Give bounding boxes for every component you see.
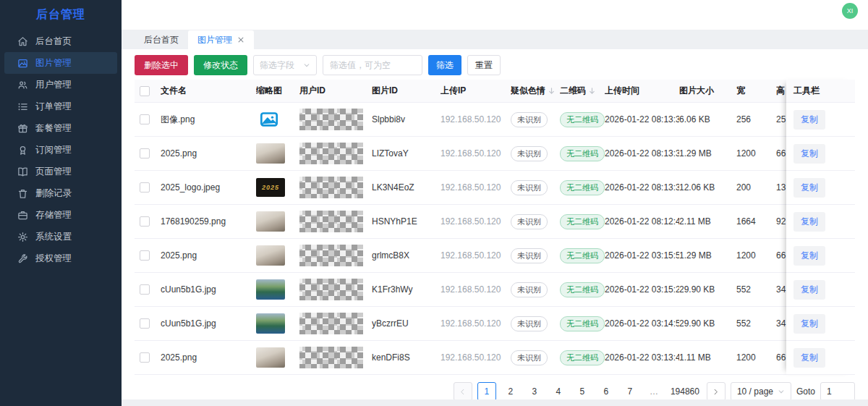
thumbnail-logo-2025[interactable]: 2025 bbox=[256, 178, 285, 197]
sidebar-item-book[interactable]: 页面管理 bbox=[4, 161, 117, 182]
copy-button[interactable]: 复制 bbox=[793, 246, 825, 266]
page-button-6[interactable]: 6 bbox=[597, 382, 616, 399]
close-icon[interactable] bbox=[237, 36, 244, 43]
suspect-cell: 未识别 bbox=[511, 180, 560, 195]
sort-arrow-icon[interactable] bbox=[548, 87, 556, 95]
qrcode-cell: 无二维码 bbox=[560, 180, 605, 195]
row-checkbox[interactable] bbox=[140, 352, 150, 363]
thumbnail-photo-desk[interactable] bbox=[256, 347, 285, 368]
toolbar-cell: 复制 bbox=[786, 273, 855, 307]
copy-button[interactable]: 复制 bbox=[793, 348, 825, 368]
page-size-select[interactable]: 10 / page bbox=[731, 382, 791, 399]
sidebar-item-gift[interactable]: 套餐管理 bbox=[4, 117, 117, 139]
thumbnail-photo-desk[interactable] bbox=[256, 143, 285, 164]
page-button-2[interactable]: 2 bbox=[501, 382, 520, 399]
user-avatar[interactable]: XI bbox=[842, 3, 858, 19]
copy-button[interactable]: 复制 bbox=[793, 178, 825, 198]
suspect-badge: 未识别 bbox=[511, 214, 548, 229]
copy-button[interactable]: 复制 bbox=[793, 314, 825, 334]
reset-button[interactable]: 重置 bbox=[467, 55, 501, 75]
chevron-down-icon bbox=[778, 388, 785, 395]
page-button-3[interactable]: 3 bbox=[525, 382, 544, 399]
sidebar: 后台管理 后台首页图片管理用户管理订单管理套餐管理订阅管理页面管理删除记录存储管… bbox=[0, 0, 122, 406]
modify-status-button[interactable]: 修改状态 bbox=[194, 55, 247, 75]
sidebar-item-home[interactable]: 后台首页 bbox=[4, 30, 117, 52]
wrench-icon bbox=[17, 253, 28, 264]
copy-button[interactable]: 复制 bbox=[793, 212, 825, 232]
user-id-cell bbox=[299, 177, 372, 198]
table-row: cUun5b1G.jpgyBczrrEU192.168.50.120未识别无二维… bbox=[135, 307, 855, 341]
filename-cell: cUun5b1G.jpg bbox=[161, 284, 256, 295]
sidebar-item-trash[interactable]: 删除记录 bbox=[4, 182, 117, 204]
width-cell: 256 bbox=[736, 114, 776, 124]
toolbar-cell: 复制 bbox=[786, 137, 855, 171]
sidebar-item-gear[interactable]: 系统设置 bbox=[4, 226, 117, 248]
upload-time-cell: 2026-01-22 03:13:42 bbox=[605, 352, 679, 363]
page-size-value: 10 / page bbox=[737, 386, 773, 397]
column-header-二维码[interactable]: 二维码 bbox=[560, 85, 605, 97]
row-checkbox[interactable] bbox=[140, 148, 150, 158]
copy-button[interactable]: 复制 bbox=[793, 110, 825, 130]
toolbar-cell: 复制 bbox=[786, 239, 855, 273]
size-cell: 1.29 MB bbox=[679, 250, 736, 261]
main-area: XI 后台首页图片管理 删除选中 修改状态 筛选字段 筛选 重置 文件名缩略图用… bbox=[122, 0, 868, 406]
page-button-7[interactable]: 7 bbox=[621, 382, 639, 399]
sidebar-item-list[interactable]: 订单管理 bbox=[4, 96, 117, 117]
row-checkbox[interactable] bbox=[140, 114, 150, 124]
gift-icon bbox=[17, 123, 28, 134]
delete-selected-button[interactable]: 删除选中 bbox=[135, 55, 188, 75]
thumbnail-image-icon[interactable] bbox=[256, 110, 282, 130]
page-button-5[interactable]: 5 bbox=[573, 382, 592, 399]
chevron-left-icon bbox=[459, 388, 467, 396]
row-checkbox[interactable] bbox=[140, 284, 150, 295]
row-checkbox[interactable] bbox=[140, 182, 150, 193]
suspect-badge: 未识别 bbox=[511, 112, 548, 127]
award-icon bbox=[17, 145, 28, 156]
select-all-cell bbox=[135, 86, 161, 96]
sidebar-item-award[interactable]: 订阅管理 bbox=[4, 139, 117, 161]
qrcode-badge: 无二维码 bbox=[560, 112, 605, 127]
user-id-cell bbox=[299, 211, 372, 232]
row-select-cell bbox=[135, 318, 161, 329]
copy-button[interactable]: 复制 bbox=[793, 280, 825, 300]
tab-后台首页[interactable]: 后台首页 bbox=[135, 30, 188, 49]
next-page-button[interactable] bbox=[707, 382, 726, 399]
user-id-masked bbox=[299, 279, 363, 300]
select-all-checkbox[interactable] bbox=[140, 86, 150, 96]
user-id-cell bbox=[299, 245, 372, 266]
thumbnail-photo-landscape[interactable] bbox=[256, 279, 285, 300]
thumbnail-photo-desk[interactable] bbox=[256, 245, 285, 266]
sort-arrow-icon[interactable] bbox=[588, 87, 596, 95]
page-button-194860[interactable]: 194860 bbox=[668, 382, 702, 399]
tab-图片管理[interactable]: 图片管理 bbox=[188, 30, 254, 49]
size-cell: 29.90 KB bbox=[679, 284, 736, 295]
page-button-4[interactable]: 4 bbox=[549, 382, 568, 399]
content-panel: 删除选中 修改状态 筛选字段 筛选 重置 文件名缩略图用户ID图片ID上传IP疑… bbox=[122, 49, 868, 399]
row-checkbox[interactable] bbox=[140, 250, 150, 261]
sidebar-item-users[interactable]: 用户管理 bbox=[4, 74, 117, 96]
thumbnail-photo-desk[interactable] bbox=[256, 211, 285, 232]
column-header-图片ID: 图片ID bbox=[372, 85, 441, 97]
filter-field-select[interactable]: 筛选字段 bbox=[253, 55, 317, 75]
sidebar-item-wrench[interactable]: 授权管理 bbox=[4, 248, 117, 269]
filter-button[interactable]: 筛选 bbox=[428, 55, 461, 75]
qrcode-cell: 无二维码 bbox=[560, 248, 605, 263]
row-checkbox[interactable] bbox=[140, 216, 150, 227]
filter-value-input[interactable] bbox=[323, 55, 422, 75]
goto-page-input[interactable] bbox=[820, 382, 855, 399]
thumbnail-cell bbox=[256, 143, 299, 164]
user-id-masked bbox=[299, 211, 363, 232]
sidebar-item-image[interactable]: 图片管理 bbox=[4, 52, 117, 74]
trash-icon bbox=[17, 188, 28, 199]
copy-button[interactable]: 复制 bbox=[793, 144, 825, 164]
row-checkbox[interactable] bbox=[140, 318, 150, 329]
thumbnail-photo-landscape[interactable] bbox=[256, 313, 285, 334]
upload-ip-cell: 192.168.50.120 bbox=[441, 182, 511, 193]
qrcode-cell: 无二维码 bbox=[560, 316, 605, 331]
sidebar-item-label: 后台首页 bbox=[35, 35, 72, 48]
column-header-疑似色情[interactable]: 疑似色情 bbox=[511, 85, 560, 97]
width-cell: 1664 bbox=[736, 216, 776, 227]
sidebar-item-briefcase[interactable]: 存储管理 bbox=[4, 204, 117, 226]
page-button-1[interactable]: 1 bbox=[477, 382, 496, 399]
prev-page-button[interactable] bbox=[454, 382, 472, 399]
